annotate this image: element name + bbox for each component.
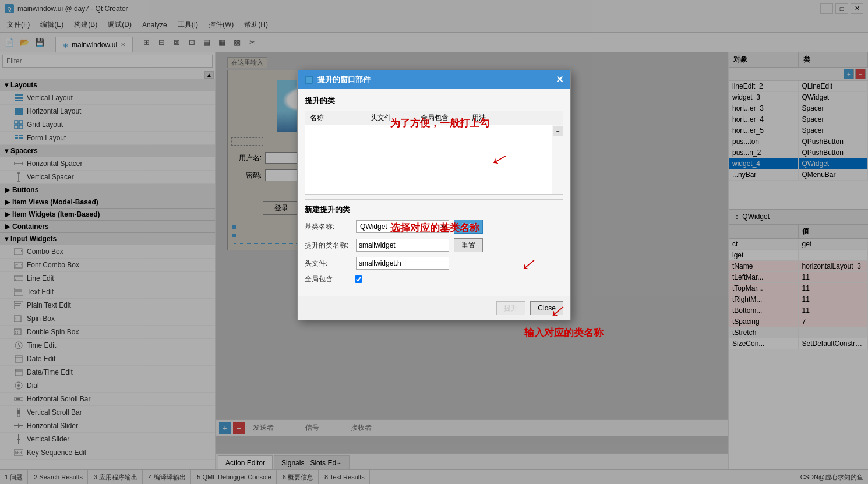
col-usage: 用法 — [472, 113, 486, 123]
global-include-checkbox[interactable] — [355, 275, 362, 283]
modal-overlay: 提升的窗口部件 ✕ 提升的类 名称 头文件 全局包含 用法 − — [0, 0, 868, 484]
modal-title-text: 提升的窗口部件 — [317, 75, 371, 85]
modal-app-icon — [305, 76, 313, 84]
modal-title-left: 提升的窗口部件 — [305, 75, 371, 85]
modal-close-button[interactable]: ✕ — [556, 74, 563, 85]
header-file-input[interactable] — [356, 257, 449, 270]
promoted-class-label: 提升的类名称: — [305, 241, 351, 250]
modal-divider — [305, 199, 563, 200]
promoted-class-table: − — [305, 125, 563, 195]
base-class-row: 基类名称: QWidget QDialog QMainWindow 添加 — [305, 220, 563, 234]
table-remove-button[interactable]: − — [553, 126, 563, 136]
promoted-class-name-row: 提升的类名称: 重置 — [305, 238, 563, 252]
annotation-3: 输入对应的类名称 — [524, 326, 604, 340]
promoted-class-input[interactable] — [356, 239, 449, 252]
base-class-select[interactable]: QWidget QDialog QMainWindow — [356, 220, 449, 233]
global-include-row: 全局包含 — [305, 274, 563, 284]
table-header: 名称 头文件 全局包含 用法 — [305, 111, 563, 125]
header-file-row: 头文件: — [305, 257, 563, 270]
global-include-label: 全局包含 — [305, 274, 351, 284]
modal-body: 提升的类 名称 头文件 全局包含 用法 − 新建提升的类 基类名称: — [298, 89, 570, 296]
promoted-class-title: 提升的类 — [305, 96, 563, 106]
col-header-file: 头文件 — [371, 113, 391, 123]
new-section-title: 新建提升的类 — [305, 204, 563, 215]
reset-button[interactable]: 重置 — [454, 238, 483, 252]
header-file-label: 头文件: — [305, 259, 351, 269]
modal-title-bar: 提升的窗口部件 ✕ — [298, 70, 570, 89]
col-global-include: 全局包含 — [421, 113, 449, 123]
close-dialog-button[interactable]: Close — [530, 301, 563, 315]
promoted-widget-dialog: 提升的窗口部件 ✕ 提升的类 名称 头文件 全局包含 用法 − — [297, 70, 571, 320]
table-side-controls: − — [552, 125, 563, 194]
add-button[interactable]: 添加 — [454, 220, 483, 234]
col-name: 名称 — [310, 113, 324, 123]
promote-button[interactable]: 提升 — [496, 301, 525, 315]
modal-footer: 提升 Close — [298, 296, 570, 320]
base-class-label: 基类名称: — [305, 222, 351, 232]
